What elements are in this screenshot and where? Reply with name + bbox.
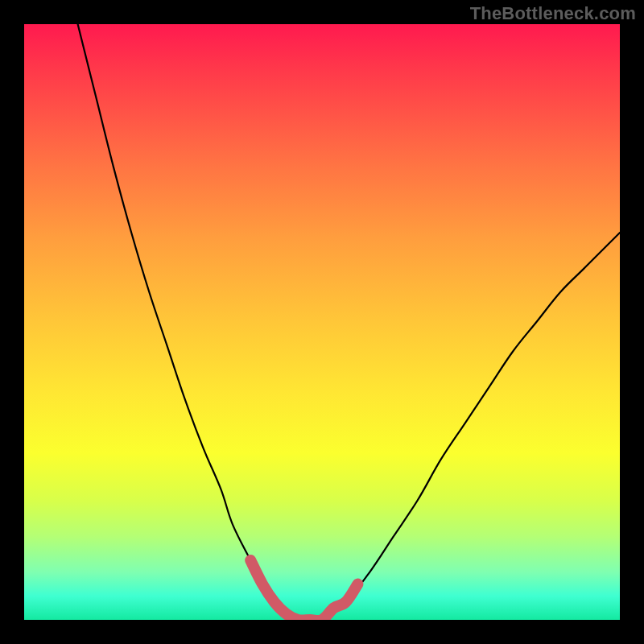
curve-layer bbox=[24, 24, 620, 620]
optimal-zone-highlight bbox=[250, 560, 357, 620]
watermark-text: TheBottleneck.com bbox=[470, 3, 636, 24]
bottleneck-curve bbox=[78, 24, 620, 620]
plot-area bbox=[24, 24, 620, 620]
chart-frame: TheBottleneck.com bbox=[0, 0, 644, 644]
